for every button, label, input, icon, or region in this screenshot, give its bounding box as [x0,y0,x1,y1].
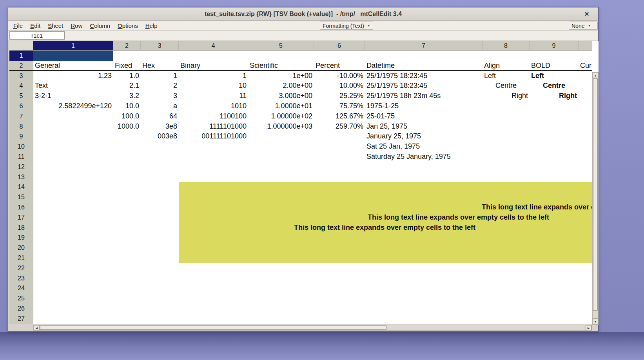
cell-r2c7[interactable]: Datetime [365,61,483,71]
cell-r5c6[interactable]: 25.25% [314,91,365,101]
column-header-6[interactable]: 6 [314,41,365,51]
selected-cell[interactable] [33,51,113,61]
menu-edit[interactable]: Edit [30,22,40,29]
cell-r7c4[interactable]: 1100100 [179,111,248,122]
menu-column[interactable]: Column [90,22,110,29]
cell-r6c5[interactable]: 1.0000e+01 [248,101,314,111]
cell-r5c9[interactable]: Right [530,91,579,101]
column-header-8[interactable]: 8 [483,41,530,51]
cell-r4c6[interactable]: 10.00% [314,81,365,91]
menu-row[interactable]: Row [71,22,82,29]
cell-r2c9[interactable]: BOLD [530,61,579,71]
cell-r6c3[interactable]: a [141,101,179,111]
row-header-1[interactable]: 1 [9,51,33,61]
none-dropdown[interactable]: None ▼ [569,22,598,30]
cell-r3c6[interactable]: -10.00% [314,71,365,81]
cell-r8c4[interactable]: 1111101000 [179,122,248,132]
spreadsheet-grid[interactable]: 1234567891234567891011121314151617181920… [9,41,592,324]
cell-r3c9[interactable]: Left [530,71,579,81]
cell-r6c2[interactable]: 10.0 [113,101,141,111]
cell-r7c2[interactable]: 100.0 [113,111,141,122]
cell-r5c7[interactable]: 25/1/1975 18h 23m 45s [365,91,483,101]
cell-reference-input[interactable]: r1c1 [9,31,65,40]
cell-r9c4[interactable]: 001111101000 [179,131,248,142]
row-header-8[interactable]: 8 [9,122,33,132]
cell-r5c3[interactable]: 3 [141,91,179,101]
cell-r9c3[interactable]: 003e8 [141,131,179,142]
row-header-12[interactable]: 12 [9,162,33,172]
cell-r4c4[interactable]: 10 [179,81,248,91]
cell-r2c1[interactable]: General [33,61,113,71]
column-header-9[interactable]: 9 [530,41,579,51]
horizontal-scrollbar[interactable]: ◀ ▶ [33,325,592,331]
cell-r2c4[interactable]: Binary [179,61,248,71]
cell-r4c2[interactable]: 2.1 [113,81,141,91]
cell-r4c8[interactable]: Centre [483,81,530,91]
cell-r2c2[interactable]: Fixed [113,61,141,71]
cell-r3c4[interactable]: 1 [179,71,248,81]
cell-r6c1[interactable]: 2.5822499e+120 [33,101,113,111]
cell-r5c2[interactable]: 3.2 [113,91,141,101]
cell-r10c7[interactable]: Sat 25 Jan, 1975 [365,142,483,152]
grid-corner-box[interactable] [9,41,33,51]
row-header-19[interactable]: 19 [9,233,33,243]
column-header-4[interactable]: 4 [179,41,248,51]
menu-options[interactable]: Options [118,22,138,29]
scroll-right-icon[interactable]: ▶ [586,325,591,330]
row-header-4[interactable]: 4 [9,81,33,91]
column-header-7[interactable]: 7 [365,41,483,51]
cell-r4c5[interactable]: 2.00e+00 [248,81,314,91]
cell-r5c4[interactable]: 11 [179,91,248,101]
cell-r4c7[interactable]: 25/1/1975 18:23:45 [365,81,483,91]
column-header-3[interactable]: 3 [141,41,179,51]
row-header-23[interactable]: 23 [9,273,33,284]
column-header-2[interactable]: 2 [113,41,141,51]
cell-r5c5[interactable]: 3.000e+00 [248,91,314,101]
cell-r6c4[interactable]: 1010 [179,101,248,111]
scroll-up-icon[interactable]: ▲ [593,72,598,78]
row-header-16[interactable]: 16 [9,202,33,213]
row-header-10[interactable]: 10 [9,142,33,152]
close-icon[interactable]: ✕ [582,10,591,18]
vertical-scrollbar[interactable]: ▲ ▼ [592,72,599,325]
column-header-5[interactable]: 5 [248,41,314,51]
cell-r9c7[interactable]: January 25, 1975 [365,131,483,142]
cell-r2c5[interactable]: Scientific [248,61,314,71]
menu-sheet[interactable]: Sheet [48,22,63,29]
column-header-overflow[interactable] [579,41,592,51]
row-header-21[interactable]: 21 [9,253,33,263]
scroll-down-icon[interactable]: ▼ [593,318,598,324]
cell-r8c5[interactable]: 1.000000e+03 [248,122,314,132]
cell-r3c7[interactable]: 25/1/1975 18:23:45 [365,71,483,81]
cell-r7c3[interactable]: 64 [141,111,179,122]
row-header-27[interactable]: 27 [9,314,33,324]
row-header-3[interactable]: 3 [9,71,33,81]
cell-r2c3[interactable]: Hex [141,61,179,71]
row-header-17[interactable]: 17 [9,213,33,223]
cell-r4c9[interactable]: Centre [530,81,579,91]
cell-r7c6[interactable]: 125.67% [314,111,365,122]
row-header-22[interactable]: 22 [9,263,33,273]
row-header-18[interactable]: 18 [9,223,33,233]
titlebar[interactable]: test_suite.tsv.zip {RW} [TSV Book (+valu… [8,7,598,21]
cell-r11c7[interactable]: Saturday 25 January, 1975 [365,152,483,162]
row-header-5[interactable]: 5 [9,91,33,101]
cell-r8c6[interactable]: 259.70% [314,122,365,132]
row-header-14[interactable]: 14 [9,182,33,192]
cell-r6c7[interactable]: 1975-1-25 [365,101,483,111]
cell-r7c7[interactable]: 25-01-75 [365,111,483,122]
vertical-scrollbar-thumb[interactable] [593,78,598,311]
cell-r5c8[interactable]: Right [483,91,530,101]
cell-r6c6[interactable]: 75.75% [314,101,365,111]
cell-r3c3[interactable]: 1 [141,71,179,81]
row-header-9[interactable]: 9 [9,131,33,142]
column-header-1[interactable]: 1 [33,41,113,51]
cell-r3c2[interactable]: 1.0 [113,71,141,81]
cell-r4c3[interactable]: 2 [141,81,179,91]
row-header-2[interactable]: 2 [9,61,33,71]
cell-r8c7[interactable]: Jan 25, 1975 [365,122,483,132]
cell-r3c8[interactable]: Left [483,71,530,81]
row-header-15[interactable]: 15 [9,192,33,202]
row-header-25[interactable]: 25 [9,293,33,304]
row-header-7[interactable]: 7 [9,111,33,122]
